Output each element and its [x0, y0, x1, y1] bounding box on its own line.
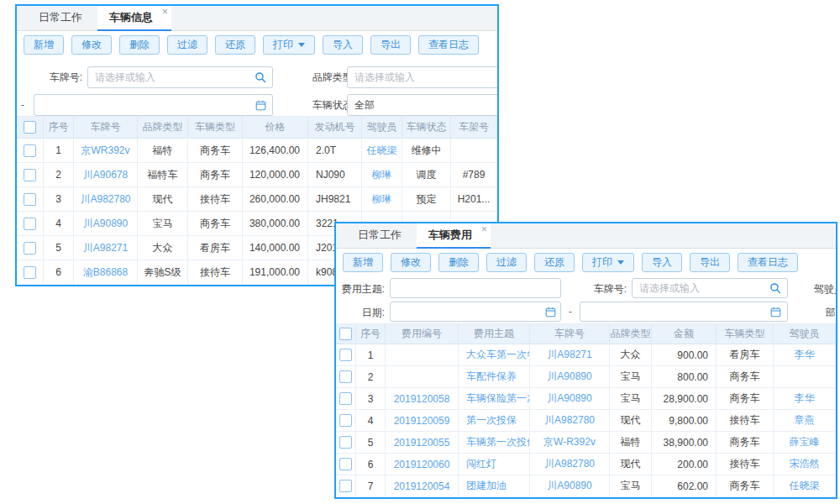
cell-link[interactable]: 车配件保养: [459, 366, 530, 387]
cell-link[interactable]: 川A982780: [530, 410, 610, 431]
view-log-button[interactable]: 查看日志: [738, 253, 798, 272]
cell: 126,400.00: [243, 139, 308, 162]
plate-number-input[interactable]: [87, 66, 273, 88]
tab-vehicle-cost[interactable]: 车辆费用×: [417, 223, 491, 249]
checkbox[interactable]: [339, 370, 352, 383]
filter-button[interactable]: 过滤: [167, 35, 207, 55]
edit-button[interactable]: 修改: [391, 253, 431, 272]
cell-link[interactable]: 第一次投保: [459, 410, 530, 431]
cell-link[interactable]: 任晓渠: [362, 139, 402, 162]
column-header: 驾驶员: [774, 324, 836, 344]
filter-button[interactable]: 过滤: [486, 253, 527, 272]
cell-link[interactable]: 李华: [774, 344, 836, 365]
import-button[interactable]: 导入: [323, 35, 363, 55]
vehicle-status-select[interactable]: 全部: [347, 94, 499, 116]
tab-label: 日常工作: [39, 11, 82, 24]
cell-link[interactable]: 京WR392v: [74, 139, 138, 162]
checkbox[interactable]: [339, 328, 352, 340]
add-button[interactable]: 新增: [343, 253, 383, 272]
cell-link[interactable]: 薛宝峰: [774, 432, 836, 453]
cell: 宝马: [610, 366, 652, 387]
cell-link[interactable]: 川A90890: [530, 388, 610, 409]
checkbox[interactable]: [24, 218, 36, 230]
checkbox[interactable]: [339, 414, 352, 427]
column-header: 驾驶员: [362, 117, 402, 138]
cell-link[interactable]: 车辆第一次投保: [459, 432, 530, 453]
tab-vehicle-info[interactable]: 车辆信息×: [97, 6, 171, 31]
cell-link[interactable]: 渝B86868: [74, 260, 138, 284]
cell-link[interactable]: 闯红灯: [459, 454, 530, 475]
delete-button[interactable]: 删除: [119, 35, 160, 55]
cell-link[interactable]: 任晓渠: [774, 475, 836, 496]
cell-link[interactable]: 宋浩然: [774, 454, 836, 475]
brand-type-input[interactable]: [347, 66, 499, 88]
checkbox[interactable]: [24, 193, 36, 206]
checkbox[interactable]: [24, 242, 36, 255]
checkbox[interactable]: [339, 458, 352, 470]
cell-link[interactable]: 章燕: [774, 410, 836, 431]
cell-link[interactable]: 川A90890: [530, 366, 610, 387]
cell-link[interactable]: 京W-R392v: [530, 432, 610, 453]
calendar-icon[interactable]: [770, 307, 781, 318]
checkbox[interactable]: [339, 480, 352, 492]
caret-down-icon: [617, 260, 624, 265]
cell-link[interactable]: 川A98271: [530, 344, 610, 365]
cell-link[interactable]: 川A90890: [74, 212, 138, 235]
tab-label: 车辆费用: [428, 228, 472, 241]
tab-close-icon[interactable]: ×: [481, 224, 487, 234]
cell-link[interactable]: 川A90678: [74, 163, 138, 186]
search-icon[interactable]: [769, 282, 781, 294]
cell-link[interactable]: 李华: [774, 388, 836, 409]
cell-link[interactable]: 大众车第一次年检: [459, 344, 530, 365]
checkbox[interactable]: [339, 436, 352, 449]
add-button[interactable]: 新增: [24, 35, 64, 55]
delete-button[interactable]: 删除: [438, 253, 479, 272]
cell-link[interactable]: 川A90890: [530, 475, 610, 496]
print-button[interactable]: 打印: [582, 253, 634, 272]
tab-daily-work[interactable]: 日常工作: [27, 6, 97, 30]
cell-link[interactable]: 柳琳: [362, 163, 402, 186]
column-header: 车辆类型: [717, 324, 774, 344]
column-header: 车辆类型: [188, 117, 243, 138]
cell-link[interactable]: 川A982780: [530, 454, 610, 475]
cell-link[interactable]: 2019120055: [386, 432, 459, 453]
column-header: 品牌类型: [610, 324, 652, 344]
edit-button[interactable]: 修改: [71, 35, 112, 55]
checkbox[interactable]: [24, 121, 36, 134]
cell: #789: [451, 163, 497, 186]
calendar-icon[interactable]: [545, 307, 556, 318]
tab-daily-work[interactable]: 日常工作: [346, 223, 417, 248]
checkbox[interactable]: [24, 169, 36, 181]
checkbox[interactable]: [24, 144, 36, 157]
cost-subject-input[interactable]: [390, 278, 561, 298]
export-button[interactable]: 导出: [370, 35, 411, 55]
print-button[interactable]: 打印: [263, 35, 315, 55]
export-button[interactable]: 导出: [690, 253, 730, 272]
import-button[interactable]: 导入: [642, 253, 682, 272]
restore-button[interactable]: 还原: [534, 253, 575, 272]
cell: 接待车: [188, 260, 243, 284]
restore-button[interactable]: 还原: [215, 35, 255, 55]
cell-link[interactable]: 2019120054: [386, 475, 459, 496]
checkbox[interactable]: [24, 266, 36, 279]
view-log-button[interactable]: 查看日志: [418, 35, 479, 55]
date-input[interactable]: [34, 94, 273, 116]
date-to-input[interactable]: [580, 302, 788, 322]
cell-link[interactable]: 川A98271: [74, 236, 138, 260]
cell-link[interactable]: 2019120060: [386, 454, 459, 475]
checkbox[interactable]: [339, 392, 352, 405]
cell-link[interactable]: 团建加油: [459, 475, 530, 496]
checkbox[interactable]: [339, 349, 352, 361]
plate-number-input[interactable]: [632, 278, 788, 298]
tab-close-icon[interactable]: ×: [162, 7, 168, 17]
cell: 大众: [610, 344, 652, 365]
cell-link[interactable]: 2019120059: [386, 410, 459, 431]
calendar-icon[interactable]: [255, 100, 266, 111]
cell-link[interactable]: 川A982780: [74, 187, 138, 211]
cell-link[interactable]: 车辆保险第一次...: [459, 388, 530, 409]
date-from-input[interactable]: [390, 302, 561, 322]
cell: 120,000.00: [243, 163, 308, 186]
search-icon[interactable]: [255, 71, 266, 83]
cell-link[interactable]: 2019120058: [386, 388, 459, 409]
cell-link[interactable]: 柳琳: [362, 187, 402, 211]
